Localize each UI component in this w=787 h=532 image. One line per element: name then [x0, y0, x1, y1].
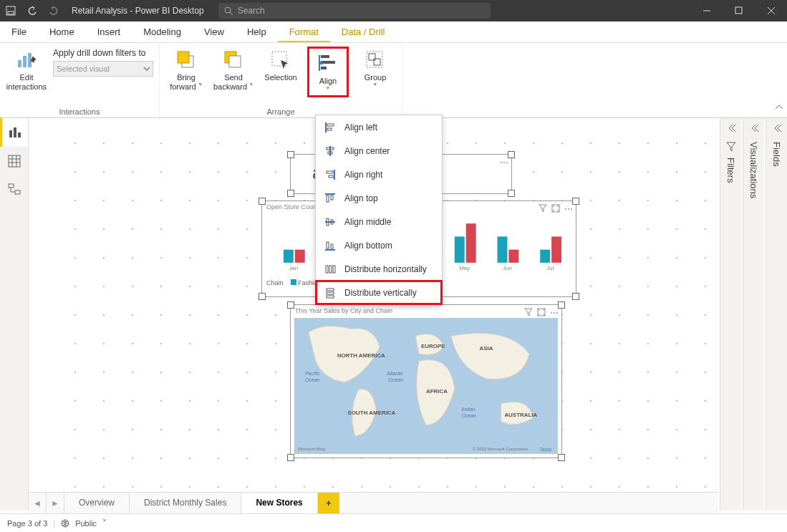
svg-rect-3: [735, 7, 742, 14]
tab-view[interactable]: View: [193, 21, 236, 42]
svg-rect-69: [326, 266, 328, 273]
report-view-icon: [9, 126, 21, 139]
svg-rect-31: [540, 250, 550, 263]
svg-rect-64: [331, 195, 333, 200]
svg-rect-29: [498, 236, 508, 263]
align-middle-item[interactable]: Align middle: [316, 210, 442, 233]
svg-rect-1: [8, 11, 14, 14]
svg-rect-63: [327, 195, 329, 202]
send-backward-label: Send backward ˅: [213, 73, 254, 92]
page-scroll-right[interactable]: ►: [47, 493, 64, 513]
focus-mode-icon[interactable]: [551, 204, 560, 213]
collapse-ribbon-button[interactable]: [775, 103, 783, 114]
align-button[interactable]: Align˅: [307, 47, 349, 97]
distribute-vertically-item[interactable]: Distribute vertically: [316, 281, 442, 304]
page-tab-district[interactable]: District Monthly Sales: [130, 493, 241, 513]
svg-text:Pacific: Pacific: [305, 371, 320, 376]
more-icon[interactable]: ⋯: [550, 308, 559, 318]
tab-modeling[interactable]: Modeling: [132, 21, 193, 42]
svg-rect-61: [327, 171, 333, 173]
sensitivity-dropdown[interactable]: ˅: [102, 518, 107, 528]
distribute-h-label: Distribute horizontally: [344, 264, 427, 274]
page-scroll-left[interactable]: ◄: [29, 493, 47, 513]
svg-rect-22: [284, 250, 294, 263]
close-button[interactable]: [755, 0, 787, 21]
search-input[interactable]: Search: [218, 3, 491, 19]
more-icon[interactable]: ⋯: [564, 204, 573, 214]
add-page-button[interactable]: +: [318, 493, 339, 513]
bring-forward-button[interactable]: Bring forward ˅: [165, 45, 207, 92]
align-top-label: Align top: [344, 193, 378, 203]
report-view-button[interactable]: [0, 118, 28, 147]
align-bottom-label: Align bottom: [344, 241, 392, 251]
undo-button[interactable]: [21, 0, 43, 21]
svg-rect-23: [295, 250, 305, 263]
send-backward-icon: [222, 49, 245, 72]
align-top-item[interactable]: Align top: [316, 186, 442, 210]
send-backward-button[interactable]: Send backward ˅: [213, 45, 254, 92]
tab-insert[interactable]: Insert: [86, 21, 132, 42]
svg-rect-18: [9, 155, 20, 167]
apply-drill-select[interactable]: Selected visual: [53, 61, 153, 77]
align-left-label: Align left: [344, 122, 377, 132]
align-right-label: Align right: [344, 170, 382, 180]
svg-rect-15: [9, 130, 12, 137]
align-center-label: Align center: [344, 146, 390, 156]
svg-text:Ocean: Ocean: [388, 377, 403, 382]
svg-text:Ocean: Ocean: [305, 377, 320, 382]
tab-home[interactable]: Home: [38, 21, 86, 42]
focus-mode-icon[interactable]: [537, 308, 546, 316]
filters-pane[interactable]: Filters: [720, 118, 741, 511]
filter-icon[interactable]: [524, 308, 533, 316]
svg-rect-19: [9, 184, 14, 188]
fields-pane[interactable]: Fields: [766, 118, 787, 511]
visualizations-pane[interactable]: Visualizations: [743, 118, 764, 511]
edit-interactions-label: Edit interactions: [6, 73, 47, 92]
save-button[interactable]: [0, 0, 21, 21]
edit-interactions-button[interactable]: Edit interactions: [6, 45, 47, 92]
align-label: Align˅: [319, 77, 337, 95]
model-view-button[interactable]: [0, 175, 28, 204]
filter-icon[interactable]: [539, 204, 547, 213]
more-icon[interactable]: ⋯: [500, 158, 508, 168]
bring-forward-icon: [175, 49, 198, 72]
data-view-button[interactable]: [0, 147, 28, 175]
svg-text:© 2022 Microsoft Corporation: © 2022 Microsoft Corporation: [473, 447, 528, 451]
svg-text:Microsoft Bing: Microsoft Bing: [298, 447, 325, 451]
svg-rect-13: [369, 54, 375, 60]
selection-icon: [269, 49, 292, 72]
svg-rect-57: [327, 124, 334, 126]
svg-text:AUSTRALIA: AUSTRALIA: [504, 412, 537, 418]
svg-rect-30: [508, 250, 518, 263]
align-left-item[interactable]: Align left: [316, 115, 442, 139]
svg-rect-10: [229, 56, 241, 67]
distribute-horizontally-item[interactable]: Distribute horizontally: [316, 257, 442, 281]
svg-rect-6: [28, 53, 32, 67]
align-center-item[interactable]: Align center: [316, 139, 442, 163]
align-menu: Align left Align center Align right Alig…: [315, 115, 443, 305]
window-title: Retail Analysis - Power BI Desktop: [64, 6, 211, 16]
align-bottom-item[interactable]: Align bottom: [316, 233, 442, 257]
group-button[interactable]: Group˅: [354, 45, 396, 92]
redo-button[interactable]: [43, 0, 64, 21]
tab-file[interactable]: File: [0, 21, 38, 42]
svg-rect-73: [327, 292, 334, 294]
svg-text:Jun: Jun: [503, 265, 512, 271]
svg-text:ASIA: ASIA: [480, 345, 493, 352]
bring-forward-label: Bring forward ˅: [170, 73, 203, 92]
page-tab-overview[interactable]: Overview: [64, 493, 130, 513]
tab-data-drill[interactable]: Data / Drill: [330, 21, 397, 42]
maximize-button[interactable]: [723, 0, 755, 21]
svg-text:EUROPE: EUROPE: [421, 343, 445, 349]
align-right-item[interactable]: Align right: [316, 163, 442, 186]
tab-format[interactable]: Format: [278, 21, 330, 42]
model-view-icon: [8, 183, 21, 196]
page-tab-new-stores[interactable]: New Stores: [241, 493, 317, 513]
svg-rect-32: [551, 236, 561, 263]
tab-help[interactable]: Help: [236, 21, 278, 42]
minimize-button[interactable]: [690, 0, 723, 21]
selection-button[interactable]: Selection: [260, 45, 301, 82]
status-bar: Page 3 of 3 | Public ˅: [0, 513, 787, 532]
svg-rect-67: [327, 242, 329, 248]
visual-map[interactable]: ⋯ This Year Sales by City and Chain NORT…: [290, 304, 562, 458]
